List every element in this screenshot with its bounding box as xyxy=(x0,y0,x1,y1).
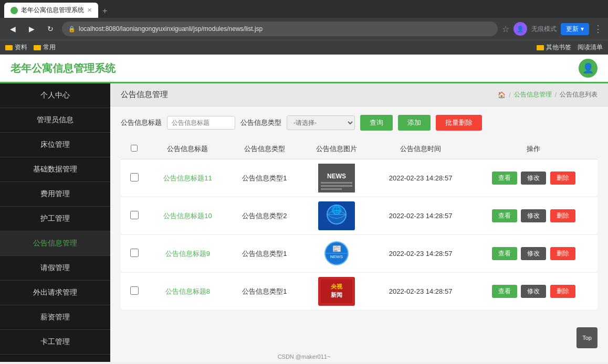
filter-title-input[interactable] xyxy=(167,116,235,130)
type-label-4: 公告信息类型1 xyxy=(242,287,287,295)
news-image-3: 📰 NEWS xyxy=(318,239,355,268)
table-container: 公告信息标题 公告信息类型 公告信息图片 公告信息时间 操作 公告信息标题11 … xyxy=(110,139,608,321)
th-time: 公告信息时间 xyxy=(371,139,470,159)
time-label-3: 2022-02-23 14:28:57 xyxy=(389,250,453,258)
svg-text:NEWS: NEWS xyxy=(327,173,346,180)
svg-rect-3 xyxy=(321,185,352,187)
sidebar-item-personal[interactable]: 个人中心 xyxy=(0,83,110,108)
edit-btn-3[interactable]: 修改 xyxy=(521,247,546,260)
type-label-1: 公告信息类型1 xyxy=(242,174,287,182)
user-avatar-btn[interactable]: 👤 xyxy=(579,59,597,78)
bookmark-right-group: 其他书签 阅读清单 xyxy=(537,43,603,52)
app-title: 老年公寓信息管理系统 xyxy=(11,61,579,76)
row-checkbox-3[interactable] xyxy=(130,249,139,257)
more-options-btn[interactable]: ⋮ xyxy=(593,23,603,35)
view-btn-4[interactable]: 查看 xyxy=(492,285,517,298)
query-button[interactable]: 查询 xyxy=(360,115,393,131)
td-type-2: 公告信息类型2 xyxy=(227,197,302,235)
title-link-1[interactable]: 公告信息标题11 xyxy=(163,174,212,182)
select-all-checkbox[interactable] xyxy=(131,145,138,152)
time-label-4: 2022-02-23 14:28:57 xyxy=(389,287,453,295)
delete-btn-2[interactable]: 删除 xyxy=(550,209,575,222)
delete-btn-4[interactable]: 删除 xyxy=(550,285,575,298)
sidebar-item-fee[interactable]: 费用管理 xyxy=(0,182,110,207)
view-btn-2[interactable]: 查看 xyxy=(492,209,517,222)
bookmark-item-1[interactable]: 资料 xyxy=(5,43,27,52)
new-tab-btn[interactable]: + xyxy=(98,4,111,18)
add-button[interactable]: 添加 xyxy=(398,115,431,131)
svg-text:🌐: 🌐 xyxy=(331,205,342,215)
row-checkbox-2[interactable] xyxy=(130,211,139,219)
breadcrumb-home-icon[interactable]: 🏠 xyxy=(498,91,506,99)
bookmarks-bar: 资料 常用 其他书签 阅读清单 xyxy=(0,40,608,55)
tab-title: 老年公寓信息管理系统 xyxy=(21,6,84,15)
svg-text:📰: 📰 xyxy=(332,244,341,253)
active-tab[interactable]: 老年公寓信息管理系统 ✕ xyxy=(4,3,98,18)
sidebar-item-basic[interactable]: 基础数据管理 xyxy=(0,157,110,182)
sidebar-label-personal: 个人中心 xyxy=(40,91,70,99)
bookmark-item-4[interactable]: 阅读清单 xyxy=(578,43,603,52)
filter-type-select[interactable]: -请选择- 公告信息类型1 公告信息类型2 xyxy=(287,115,355,130)
td-actions-4: 查看 修改 删除 xyxy=(470,273,597,311)
profile-btn[interactable]: 👤 xyxy=(513,22,527,36)
svg-text:新闻: 新闻 xyxy=(331,292,342,298)
svg-text:央视: 央视 xyxy=(330,283,343,290)
bookmark-label-4: 阅读清单 xyxy=(578,43,603,52)
svg-text:NEWS: NEWS xyxy=(330,254,343,259)
delete-btn-3[interactable]: 删除 xyxy=(550,247,575,260)
sidebar-label-outing: 外出请求管理 xyxy=(33,288,77,296)
row-checkbox-4[interactable] xyxy=(130,286,139,295)
view-btn-3[interactable]: 查看 xyxy=(492,247,517,260)
delete-btn-1[interactable]: 删除 xyxy=(550,172,575,185)
td-title-1: 公告信息标题11 xyxy=(148,159,227,197)
update-chevron-icon: ▾ xyxy=(581,25,584,33)
news-image-2: 🌐 xyxy=(318,201,355,230)
title-link-3[interactable]: 公告信息标题9 xyxy=(165,250,210,258)
address-bar[interactable]: 🔒 localhost:8080/laoniangongyuxinxiguanl… xyxy=(62,22,498,36)
type-label-3: 公告信息类型1 xyxy=(242,250,287,258)
edit-btn-2[interactable]: 修改 xyxy=(521,209,546,222)
batch-delete-button[interactable]: 批量删除 xyxy=(436,115,482,131)
edit-btn-4[interactable]: 修改 xyxy=(521,285,546,298)
back-to-top-btn[interactable]: Top xyxy=(576,327,597,348)
breadcrumb-parent-link[interactable]: 公告信息管理 xyxy=(514,90,552,99)
sidebar-item-outing[interactable]: 外出请求管理 xyxy=(0,281,110,305)
sidebar-item-nurse[interactable]: 护工管理 xyxy=(0,207,110,231)
td-title-3: 公告信息标题9 xyxy=(148,235,227,273)
td-checkbox-3 xyxy=(121,235,148,273)
title-link-4[interactable]: 公告信息标题8 xyxy=(165,287,210,295)
view-btn-1[interactable]: 查看 xyxy=(492,172,517,185)
browser-tab-bar: 老年公寓信息管理系统 ✕ + xyxy=(0,0,608,18)
sidebar-item-bed[interactable]: 床位管理 xyxy=(0,133,110,157)
back-btn[interactable]: ◀ xyxy=(5,22,20,36)
td-checkbox-2 xyxy=(121,197,148,235)
sidebar-item-salary[interactable]: 薪资管理 xyxy=(0,305,110,330)
bookmark-folder-icon-3 xyxy=(537,45,544,50)
bookmark-star-btn[interactable]: ☆ xyxy=(502,24,509,34)
url-text: localhost:8080/laoniangongyuxinxiguanli/… xyxy=(79,25,263,33)
close-tab-btn[interactable]: ✕ xyxy=(87,7,92,14)
sidebar-item-leave[interactable]: 请假管理 xyxy=(0,256,110,281)
bookmark-item-3[interactable]: 其他书签 xyxy=(537,43,571,52)
title-link-2[interactable]: 公告信息标题10 xyxy=(163,212,212,220)
edit-btn-1[interactable]: 修改 xyxy=(521,172,546,185)
th-actions: 操作 xyxy=(470,139,597,159)
tab-favicon xyxy=(11,7,18,14)
forward-btn[interactable]: ▶ xyxy=(24,22,39,36)
sidebar-item-staff[interactable]: 卡工管理 xyxy=(0,330,110,355)
breadcrumb-current: 公告信息列表 xyxy=(560,90,597,99)
sidebar-item-announcement[interactable]: 公告信息管理 xyxy=(0,231,110,256)
bookmark-label-1: 资料 xyxy=(15,43,27,52)
update-btn[interactable]: 更新 ▾ xyxy=(561,23,589,35)
sidebar-label-nurse: 护工管理 xyxy=(40,214,70,222)
news-image-4: 央视 新闻 xyxy=(318,277,355,306)
refresh-btn[interactable]: ↻ xyxy=(43,22,58,36)
bookmark-item-2[interactable]: 常用 xyxy=(34,43,56,52)
sidebar-item-admin[interactable]: 管理员信息 xyxy=(0,108,110,133)
td-image-4: 央视 新闻 xyxy=(302,273,371,311)
app-header: 老年公寓信息管理系统 👤 xyxy=(0,55,608,83)
bookmark-folder-icon-1 xyxy=(5,45,13,50)
page-title: 公告信息管理 xyxy=(121,90,168,100)
sidebar-label-leave: 请假管理 xyxy=(40,263,70,272)
row-checkbox-1[interactable] xyxy=(130,173,139,181)
